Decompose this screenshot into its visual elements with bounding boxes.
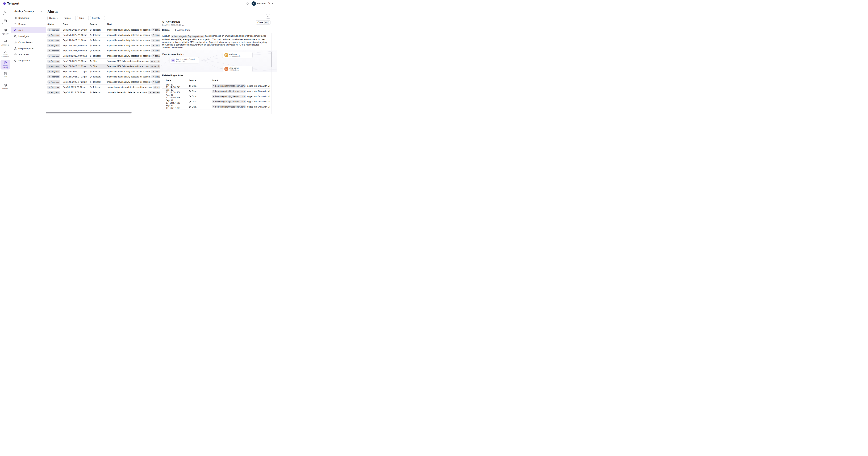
event-text: logged into Okta with MFA <box>247 95 270 97</box>
log-timestamp: Sep 17 11:13:53.963 <box>166 99 189 104</box>
sidebar-item-integrations[interactable]: Integrations <box>11 57 45 64</box>
refresh-button[interactable] <box>266 14 270 19</box>
source-label: Teleport <box>93 81 100 83</box>
search-icon <box>4 10 7 13</box>
sidebar-item-identity-governance[interactable]: Identity Governance <box>1 49 10 59</box>
status-badge: In Progress <box>48 91 60 94</box>
filter-button[interactable]: Status <box>48 16 60 20</box>
details-tabs: Details Access Path <box>160 29 277 33</box>
graph-node-okta-user[interactable]: ben+integrator@goteleport.c... Okta User <box>169 57 199 63</box>
table-row[interactable]: In Progress Sep 5th 2025, 09:10 am ⚙ Tel… <box>46 90 160 95</box>
user-icon <box>152 29 154 31</box>
sidebar-item-crown-jewels[interactable]: Crown Jewels <box>11 39 45 45</box>
account-chip: thedevelopnik <box>151 70 160 73</box>
graph-node-okta-admin[interactable]: okta-admin Okta Group <box>223 66 253 72</box>
tab-access-path[interactable]: Access Path <box>174 29 190 33</box>
page-title: Alerts <box>48 9 160 14</box>
account-chip: ben+integrator@goteleport.com <box>212 95 246 98</box>
sidebar-item-zero-trust-access[interactable]: Zero Trust Access <box>1 27 10 37</box>
column-date: Date <box>63 23 90 26</box>
sidebar-item-audit[interactable]: Audit <box>1 71 10 79</box>
vertical-scrollbar[interactable] <box>271 52 272 67</box>
account-chip: ben+integrator@goteleport.com <box>170 35 205 38</box>
graph-node-reviewer[interactable]: reviewer ⚙ Teleport Role <box>223 52 253 58</box>
table-row[interactable]: In Progress Sep 29th 2025, 06:20 am ⚙ Te… <box>46 27 160 32</box>
alert-date: Sep 17th 2025, 11:13 am <box>63 60 90 62</box>
sidebar-item-resources[interactable]: Resources <box>1 18 10 26</box>
identity-security-icon <box>4 61 7 64</box>
sidebar-item-investigate[interactable]: Investigate <box>11 33 45 39</box>
sidebar-item-add-new[interactable]: Add New <box>1 83 10 90</box>
browse-icon <box>14 23 17 26</box>
table-row[interactable]: In Progress Sep 25th 2025, 11:18 am ⚙ Te… <box>46 32 160 37</box>
collapse-sidebar-icon[interactable] <box>40 10 43 12</box>
esc-key-badge: esc <box>264 21 269 24</box>
status-badge: In Progress <box>48 60 60 63</box>
filter-button[interactable]: Severity <box>90 16 105 20</box>
okta-icon <box>189 95 191 97</box>
view-access-path-link[interactable]: View Access Path <box>162 53 185 56</box>
sidebar-item-browse[interactable]: Browse <box>11 21 45 27</box>
notifications-button[interactable] <box>246 2 249 5</box>
shield-icon <box>268 2 270 5</box>
status-badge: In Progress <box>48 39 60 42</box>
table-row[interactable]: In Progress Sep 12th 2025, 17:23 pm ⚙ Te… <box>46 79 160 84</box>
log-timestamp: Sep 17 11:13:47.701 <box>166 105 189 109</box>
table-row[interactable]: In Progress Sep 17th 2025, 11:13 am ⚙ Ok… <box>46 58 160 64</box>
user-menu[interactable]: B benarent <box>252 1 274 6</box>
tab-details[interactable]: Details <box>162 29 169 33</box>
table-row[interactable]: In Progress Sep 23rd 2025, 03:08 am ⚙ Te… <box>46 43 160 48</box>
table-row[interactable]: Sep 17 11:13:59.046 Okta ben+integrator@… <box>162 94 270 99</box>
sidebar-item-graph-explorer[interactable]: Graph Explorer <box>11 45 45 51</box>
source-label: Teleport <box>93 50 100 52</box>
source-label: Okta <box>192 101 196 103</box>
sidebar-item-dashboard[interactable]: Dashboard <box>11 15 45 21</box>
table-row[interactable]: In Progress Sep 17th 2025, 11:13 am ⚙ Ok… <box>46 64 160 69</box>
table-row[interactable]: In Progress Sep 5th 2025, 09:10 am ⚙ Tel… <box>46 84 160 90</box>
event-text: logged into Okta with MFA <box>247 85 270 87</box>
filter-button[interactable]: Type <box>77 16 89 20</box>
sidebar-item-machine-workload-id[interactable]: Machine & Workload ID <box>1 38 10 48</box>
table-row[interactable]: In Progress Sep 23rd 2025, 03:08 am ⚙ Te… <box>46 48 160 53</box>
teleport-logo-icon: ⚙ <box>3 2 6 5</box>
account-chip: benarent <box>151 28 160 31</box>
account-chip: benarent <box>151 39 160 42</box>
alert-text: Impossible travel activity detected for … <box>106 50 150 52</box>
user-icon <box>172 59 175 62</box>
close-button[interactable]: Close esc <box>256 20 271 25</box>
sidebar-item-identity-security[interactable]: Identity Security <box>1 60 10 69</box>
teleport-icon: ⚙ <box>90 50 92 52</box>
source-label: Okta <box>93 65 97 67</box>
alert-text: Impossible travel activity detected for … <box>106 29 150 31</box>
alert-details-icon: ⚙ <box>162 21 164 23</box>
severity-marker <box>163 85 163 87</box>
source-label: Okta <box>192 106 196 108</box>
sidebar-item-sql-editor[interactable]: SQL Editor <box>11 51 45 57</box>
table-row[interactable]: In Progress Sep 12th 2025, 17:23 pm ⚙ Te… <box>46 69 160 74</box>
event-text: logged into Okta with MFA <box>247 106 270 108</box>
sidebar-item-alerts[interactable]: Alerts <box>11 27 45 33</box>
horizontal-scrollbar[interactable] <box>46 112 132 113</box>
filter-button[interactable]: Source <box>62 16 76 20</box>
table-row[interactable]: Sep 17 11:14:38.230 Okta ben+integrator@… <box>162 89 270 94</box>
access-path-icon <box>174 29 176 31</box>
chevron-right-icon <box>183 53 185 55</box>
alert-date: Sep 25th 2025, 11:18 am <box>63 39 90 41</box>
related-logs-title: Related log entries <box>162 74 277 77</box>
table-row[interactable]: Sep 17 11:13:47.701 Okta ben+integrator@… <box>162 104 270 109</box>
table-row[interactable]: Sep 17 11:14:38.241 Okta ben+integrator@… <box>162 83 270 89</box>
teleport-icon: ⚙ <box>90 76 92 78</box>
source-label: Teleport <box>93 34 100 36</box>
sidebar-item-search[interactable]: Search <box>1 9 10 17</box>
source-label: Okta <box>192 85 196 87</box>
teleport-logo[interactable]: ⚙ Teleport <box>3 2 19 5</box>
table-row[interactable]: In Progress Sep 23rd 2025, 03:08 am ⚙ Te… <box>46 53 160 58</box>
table-row[interactable]: In Progress Sep 12th 2025, 17:23 pm ⚙ Te… <box>46 74 160 79</box>
okta-icon <box>189 90 191 92</box>
user-name: benarent <box>257 2 266 5</box>
table-row[interactable]: In Progress Sep 25th 2025, 11:18 am ⚙ Te… <box>46 37 160 43</box>
user-icon <box>213 95 215 97</box>
account-chip: thedevelopnik <box>151 80 160 84</box>
table-row[interactable]: Sep 17 11:13:53.963 Okta ben+integrator@… <box>162 99 270 104</box>
refresh-icon <box>267 15 269 18</box>
